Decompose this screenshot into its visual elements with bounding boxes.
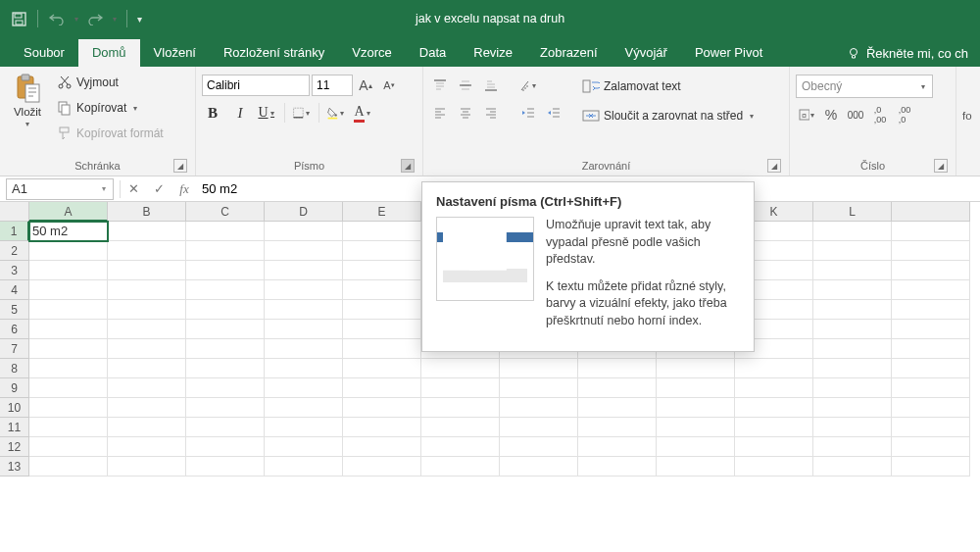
- cell[interactable]: [813, 378, 892, 398]
- cell[interactable]: [343, 222, 421, 241]
- cell[interactable]: [813, 320, 892, 339]
- row-header[interactable]: 12: [0, 437, 29, 457]
- tell-me-search[interactable]: Řekněte mi, co ch: [835, 40, 980, 67]
- cell[interactable]: [813, 359, 892, 378]
- cell[interactable]: [735, 437, 813, 457]
- cell[interactable]: [265, 261, 343, 280]
- tab-view[interactable]: Zobrazení: [526, 39, 612, 67]
- cell[interactable]: [343, 300, 421, 320]
- tab-layout[interactable]: Rozložení stránky: [210, 39, 338, 67]
- cell[interactable]: [108, 339, 186, 359]
- redo-dropdown-icon[interactable]: ▾: [110, 8, 119, 29]
- cell[interactable]: [813, 222, 892, 241]
- align-middle-icon[interactable]: [455, 75, 476, 96]
- cell[interactable]: [108, 398, 186, 418]
- cell[interactable]: [421, 378, 500, 398]
- increase-decimal-icon[interactable]: ,0,00: [869, 104, 891, 125]
- cell[interactable]: [186, 241, 265, 261]
- tab-home[interactable]: Domů: [78, 39, 140, 67]
- font-color-button[interactable]: A▾: [353, 102, 374, 124]
- font-size-input[interactable]: [312, 75, 353, 96]
- cell[interactable]: [343, 437, 421, 457]
- cell[interactable]: [108, 280, 186, 300]
- tab-review[interactable]: Revize: [460, 39, 526, 67]
- row-header[interactable]: 13: [0, 457, 29, 477]
- percent-icon[interactable]: %: [820, 104, 842, 125]
- orientation-icon[interactable]: ▾: [517, 75, 539, 96]
- cell[interactable]: [29, 437, 108, 457]
- paste-button[interactable]: Vložit ▾: [6, 71, 49, 130]
- row-header[interactable]: 4: [0, 280, 29, 300]
- cell[interactable]: [186, 457, 265, 477]
- cell[interactable]: [108, 261, 186, 280]
- cell[interactable]: [186, 359, 265, 378]
- qat-customize-icon[interactable]: ▾: [135, 8, 144, 29]
- decrease-font-icon[interactable]: A▾: [378, 75, 400, 96]
- cell[interactable]: [186, 280, 265, 300]
- cell[interactable]: 50 m2: [29, 222, 108, 241]
- column-header[interactable]: C: [186, 202, 265, 222]
- cell[interactable]: [265, 418, 343, 437]
- cell[interactable]: [29, 241, 108, 261]
- row-header[interactable]: 6: [0, 320, 29, 339]
- cell[interactable]: [29, 457, 108, 477]
- cell[interactable]: [29, 300, 108, 320]
- cell[interactable]: [578, 398, 657, 418]
- cell[interactable]: [500, 398, 578, 418]
- row-header[interactable]: 5: [0, 300, 29, 320]
- row-header[interactable]: 7: [0, 339, 29, 359]
- cell[interactable]: [813, 300, 892, 320]
- cell[interactable]: [343, 457, 421, 477]
- align-center-icon[interactable]: [455, 102, 476, 124]
- cell[interactable]: [500, 437, 578, 457]
- undo-dropdown-icon[interactable]: ▾: [72, 8, 80, 29]
- cell[interactable]: [265, 359, 343, 378]
- cell[interactable]: [29, 378, 108, 398]
- cell[interactable]: [108, 378, 186, 398]
- cell[interactable]: [735, 398, 813, 418]
- cell[interactable]: [735, 418, 813, 437]
- font-launcher-icon[interactable]: ◢: [401, 159, 415, 173]
- tab-file[interactable]: Soubor: [10, 39, 78, 67]
- cell[interactable]: [29, 359, 108, 378]
- alignment-launcher-icon[interactable]: ◢: [767, 159, 781, 173]
- number-format-select[interactable]: Obecný ▾: [796, 75, 933, 98]
- cell[interactable]: [892, 280, 970, 300]
- cell[interactable]: [186, 320, 265, 339]
- cell[interactable]: [343, 398, 421, 418]
- cell[interactable]: [813, 437, 892, 457]
- cell[interactable]: [421, 418, 500, 437]
- cell[interactable]: [108, 437, 186, 457]
- cell[interactable]: [813, 418, 892, 437]
- cell[interactable]: [892, 418, 970, 437]
- cell[interactable]: [343, 320, 421, 339]
- borders-button[interactable]: ▾: [291, 102, 313, 124]
- column-header[interactable]: B: [108, 202, 186, 222]
- enter-formula-icon[interactable]: ✓: [146, 178, 172, 200]
- cell[interactable]: [578, 437, 657, 457]
- column-header[interactable]: D: [265, 202, 343, 222]
- cell[interactable]: [500, 359, 578, 378]
- cell[interactable]: [578, 359, 657, 378]
- cell[interactable]: [108, 418, 186, 437]
- align-bottom-icon[interactable]: [480, 75, 502, 96]
- cancel-formula-icon[interactable]: ✕: [121, 178, 146, 200]
- cell[interactable]: [500, 457, 578, 477]
- cell[interactable]: [29, 261, 108, 280]
- tab-data[interactable]: Data: [406, 39, 460, 67]
- decrease-indent-icon[interactable]: [517, 102, 539, 124]
- cell[interactable]: [108, 222, 186, 241]
- cell[interactable]: [265, 222, 343, 241]
- cell[interactable]: [108, 359, 186, 378]
- fill-color-button[interactable]: ▾: [325, 102, 347, 124]
- cell[interactable]: [343, 418, 421, 437]
- cell[interactable]: [265, 398, 343, 418]
- cell[interactable]: [813, 339, 892, 359]
- cell[interactable]: [892, 437, 970, 457]
- cell[interactable]: [421, 437, 500, 457]
- font-name-input[interactable]: [202, 75, 310, 96]
- cell[interactable]: [186, 261, 265, 280]
- cell[interactable]: [421, 398, 500, 418]
- cell[interactable]: [265, 457, 343, 477]
- cell[interactable]: [892, 241, 970, 261]
